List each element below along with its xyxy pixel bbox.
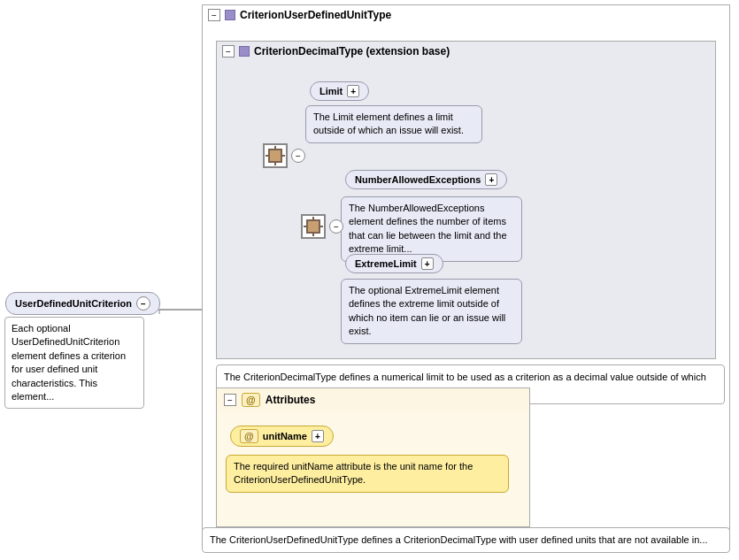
- connector-icon-1: [263, 143, 288, 168]
- attributes-box: − @ Attributes @ unitName + The required…: [216, 387, 530, 527]
- nae-description: The NumberAllowedExceptions element defi…: [341, 196, 522, 262]
- unitname-at-icon: @: [240, 429, 258, 443]
- inner-type-icon: [239, 46, 250, 57]
- nae-plus[interactable]: +: [485, 173, 497, 186]
- connector-minus-2[interactable]: −: [329, 219, 343, 234]
- unitname-label: unitName: [263, 431, 307, 441]
- inner-box-title: CriterionDecimalType (extension base): [254, 45, 450, 58]
- uduc-description: Each optional UserDefinedUnitCriterion e…: [4, 317, 144, 409]
- outer-type-icon: [225, 10, 235, 20]
- limit-description: The Limit element defines a limit outsid…: [305, 105, 482, 143]
- connector-icon-2: [301, 214, 326, 239]
- nae-bubble[interactable]: NumberAllowedExceptions +: [345, 170, 507, 189]
- unitname-plus[interactable]: +: [312, 430, 324, 442]
- diagram-container: − CriterionUserDefinedUnitType − Criteri…: [0, 0, 739, 560]
- uduc-label: UserDefinedUnitCriterion: [15, 298, 132, 309]
- limit-plus[interactable]: +: [347, 85, 359, 97]
- outer-box-collapse[interactable]: −: [208, 9, 220, 21]
- attributes-title: Attributes: [266, 394, 316, 406]
- at-icon: @: [242, 393, 260, 407]
- attributes-header: − @ Attributes: [217, 388, 529, 411]
- bottom-description: The CriterionUserDefinedUnitType defines…: [202, 527, 730, 553]
- inner-box-header: − CriterionDecimalType (extension base): [217, 42, 715, 61]
- uduc-node[interactable]: UserDefinedUnitCriterion −: [5, 292, 160, 315]
- el-description: The optional ExtremeLimit element define…: [341, 279, 522, 344]
- el-plus[interactable]: +: [421, 257, 434, 270]
- el-label: ExtremeLimit: [355, 258, 417, 269]
- uduc-minus[interactable]: −: [136, 296, 150, 311]
- inner-box: − CriterionDecimalType (extension base) …: [216, 41, 716, 359]
- connector-minus-1[interactable]: −: [291, 149, 305, 163]
- limit-bubble[interactable]: Limit +: [310, 81, 369, 101]
- el-bubble[interactable]: ExtremeLimit +: [345, 254, 443, 273]
- outer-box-title: CriterionUserDefinedUnitType: [240, 9, 391, 21]
- inner-box-collapse[interactable]: −: [222, 45, 235, 58]
- unitname-bubble[interactable]: @ unitName +: [230, 426, 334, 447]
- limit-label: Limit: [319, 86, 343, 96]
- attributes-collapse[interactable]: −: [224, 394, 236, 406]
- outer-box: − CriterionUserDefinedUnitType − Criteri…: [202, 4, 730, 544]
- nae-label: NumberAllowedExceptions: [355, 174, 481, 185]
- outer-box-header: − CriterionUserDefinedUnitType: [203, 5, 729, 25]
- unitname-description: The required unitName attribute is the u…: [226, 455, 509, 493]
